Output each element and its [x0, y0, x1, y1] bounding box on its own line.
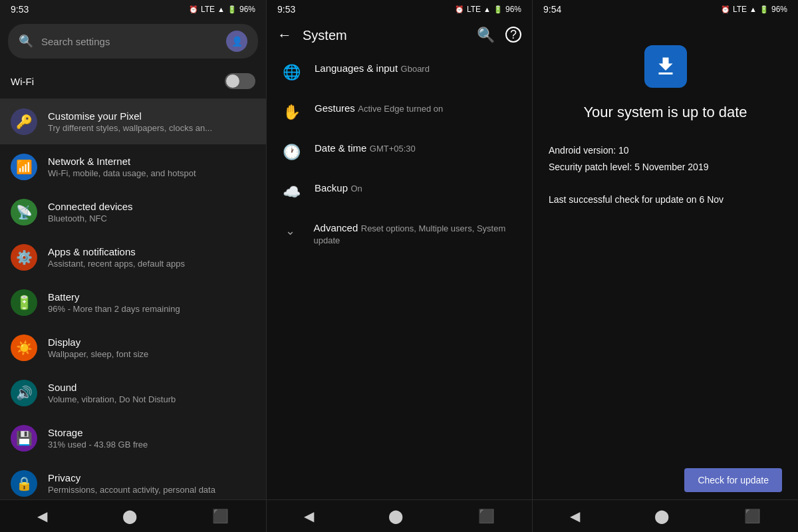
battery-icon: 🔋: [11, 289, 37, 316]
apps-icon: ⚙️: [11, 244, 37, 271]
battery-percent-right: 96%: [771, 5, 787, 14]
system-item-gestures[interactable]: ✋ Gestures Active Edge turned on: [267, 92, 532, 132]
system-item-datetime[interactable]: 🕐 Date & time GMT+05:30: [267, 132, 532, 172]
toggle-knob: [226, 74, 239, 88]
display-text: Display Wallpaper, sleep, font size: [48, 336, 148, 359]
update-content: Your system is up to date Android versio…: [533, 19, 798, 499]
settings-item-apps[interactable]: ⚙️ Apps & notifications Assistant, recen…: [0, 235, 266, 280]
wifi-row[interactable]: Wi-Fi: [0, 64, 266, 99]
status-bar-right: 9:54 ⏰ LTE ▲ 🔋 96%: [533, 0, 798, 19]
connected-subtitle: Bluetooth, NFC: [48, 213, 133, 223]
wifi-label: Wi-Fi: [11, 76, 34, 87]
settings-item-battery[interactable]: 🔋 Battery 96% - More than 2 days remaini…: [0, 280, 266, 325]
wifi-toggle[interactable]: [225, 73, 255, 89]
panel-left: 9:53 ⏰ LTE ▲ 🔋 96% 🔍 Search settings 👤 W…: [0, 0, 266, 532]
battery-icon-left: 🔋: [227, 5, 237, 14]
connected-icon: 📡: [11, 199, 37, 225]
advanced-chevron-icon: ⌄: [283, 223, 298, 238]
panel-mid: 9:53 ⏰ LTE ▲ 🔋 96% ← System 🔍 ? 🌐 Langua…: [266, 0, 532, 532]
download-svg-icon: [654, 55, 678, 78]
settings-item-display[interactable]: ☀️ Display Wallpaper, sleep, font size: [0, 325, 266, 370]
nav-bar-left: ◀ ⬤ ⬛: [0, 499, 266, 532]
home-nav-icon-right[interactable]: ⬤: [654, 508, 669, 524]
update-info: Android version: 10 Security patch level…: [549, 142, 782, 176]
network-title: Network & Internet: [48, 156, 196, 167]
network-icon: 📶: [11, 154, 37, 180]
search-bar[interactable]: 🔍 Search settings 👤: [8, 24, 258, 59]
back-nav-icon-right[interactable]: ◀: [570, 508, 580, 524]
customize-subtitle: Try different styles, wallpapers, clocks…: [48, 123, 212, 133]
storage-subtitle: 31% used - 43.98 GB free: [48, 440, 148, 450]
system-item-advanced[interactable]: ⌄ Advanced Reset options, Multiple users…: [267, 211, 532, 257]
storage-text: Storage 31% used - 43.98 GB free: [48, 427, 148, 450]
backup-subtitle: On: [351, 184, 362, 194]
advanced-title: Advanced: [314, 222, 358, 233]
back-nav-icon-left[interactable]: ◀: [37, 508, 47, 524]
header-left: ← System: [277, 27, 347, 44]
system-header: ← System 🔍 ?: [267, 19, 532, 52]
status-bar-mid: 9:53 ⏰ LTE ▲ 🔋 96%: [267, 0, 532, 19]
search-header-icon[interactable]: 🔍: [477, 27, 495, 44]
signal-icon-mid: ▲: [483, 5, 491, 13]
datetime-title: Date & time: [315, 142, 366, 154]
lte-icon-right: LTE: [733, 5, 747, 14]
customize-title: Customise your Pixel: [48, 110, 212, 122]
nav-bar-mid: ◀ ⬤ ⬛: [267, 499, 532, 532]
battery-percent-mid: 96%: [505, 5, 521, 14]
backup-text: Backup On: [315, 182, 362, 194]
system-item-backup[interactable]: ☁️ Backup On: [267, 172, 532, 211]
settings-item-privacy[interactable]: 🔒 Privacy Permissions, account activity,…: [0, 461, 266, 499]
status-icons-left: ⏰ LTE ▲ 🔋 96%: [189, 5, 255, 14]
sound-subtitle: Volume, vibration, Do Not Disturb: [48, 394, 176, 404]
recent-nav-icon-left[interactable]: ⬛: [212, 508, 229, 524]
signal-icon-right: ▲: [749, 5, 757, 13]
lte-icon-mid: LTE: [467, 5, 481, 14]
privacy-subtitle: Permissions, account activity, personal …: [48, 485, 215, 495]
home-nav-icon-left[interactable]: ⬤: [122, 508, 137, 524]
gestures-title: Gestures: [315, 102, 355, 114]
settings-item-storage[interactable]: 💾 Storage 31% used - 43.98 GB free: [0, 416, 266, 461]
settings-item-sound[interactable]: 🔊 Sound Volume, vibration, Do Not Distur…: [0, 370, 266, 416]
panel-right: 9:54 ⏰ LTE ▲ 🔋 96% Your system is up to …: [532, 0, 798, 532]
status-icons-right: ⏰ LTE ▲ 🔋 96%: [721, 5, 787, 14]
apps-title: Apps & notifications: [48, 246, 185, 257]
status-time-mid: 9:53: [277, 4, 295, 15]
search-placeholder: Search settings: [41, 36, 218, 47]
settings-item-customize[interactable]: 🔑 Customise your Pixel Try different sty…: [0, 99, 266, 144]
update-icon-wrap: [549, 45, 782, 88]
apps-text: Apps & notifications Assistant, recent a…: [48, 246, 185, 269]
back-nav-icon-mid[interactable]: ◀: [304, 508, 314, 524]
battery-title: Battery: [48, 291, 180, 303]
display-icon: ☀️: [11, 334, 37, 361]
languages-subtitle: Gboard: [401, 64, 430, 74]
datetime-icon: 🕐: [283, 144, 299, 161]
settings-item-network[interactable]: 📶 Network & Internet Wi-Fi, mobile, data…: [0, 144, 266, 190]
update-title: Your system is up to date: [549, 104, 782, 121]
check-update-button[interactable]: Check for update: [684, 468, 782, 492]
sound-icon: 🔊: [11, 380, 37, 406]
battery-subtitle: 96% - More than 2 days remaining: [48, 304, 180, 314]
languages-text: Languages & input Gboard: [315, 63, 430, 74]
alarm-icon-mid: ⏰: [455, 5, 464, 14]
help-header-icon[interactable]: ?: [505, 27, 521, 43]
system-item-languages[interactable]: 🌐 Languages & input Gboard: [267, 52, 532, 92]
alarm-icon: ⏰: [189, 5, 198, 14]
back-button[interactable]: ←: [277, 27, 292, 44]
privacy-icon: 🔒: [11, 470, 37, 497]
display-subtitle: Wallpaper, sleep, font size: [48, 349, 148, 359]
avatar[interactable]: 👤: [226, 31, 247, 52]
battery-icon-right: 🔋: [759, 5, 769, 14]
battery-percent-left: 96%: [239, 5, 255, 14]
connected-text: Connected devices Bluetooth, NFC: [48, 201, 133, 223]
customize-text: Customise your Pixel Try different style…: [48, 110, 212, 133]
settings-list: 🔑 Customise your Pixel Try different sty…: [0, 99, 266, 499]
datetime-subtitle: GMT+05:30: [370, 144, 416, 154]
home-nav-icon-mid[interactable]: ⬤: [388, 508, 403, 524]
customize-icon: 🔑: [11, 108, 37, 135]
recent-nav-icon-mid[interactable]: ⬛: [478, 508, 495, 524]
recent-nav-icon-right[interactable]: ⬛: [744, 508, 761, 524]
battery-icon-mid: 🔋: [493, 5, 503, 14]
datetime-text: Date & time GMT+05:30: [315, 142, 416, 154]
settings-item-connected[interactable]: 📡 Connected devices Bluetooth, NFC: [0, 190, 266, 235]
lte-icon: LTE: [201, 5, 215, 14]
